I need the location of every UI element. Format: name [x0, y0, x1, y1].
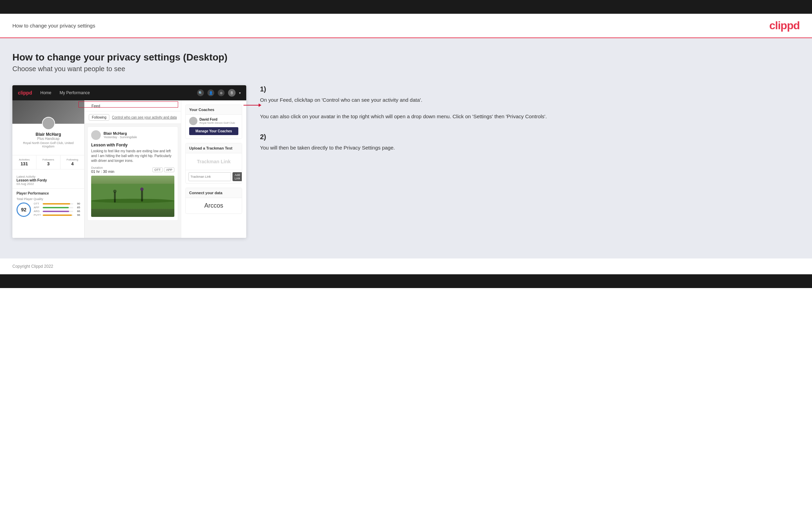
profile-stat-followers: Followers 3 — [36, 155, 61, 169]
feed-post-user-info: Blair McHarg Yesterday · Sunningdale — [104, 131, 137, 139]
upload-title: Upload a Trackman Test — [186, 143, 242, 153]
bar-value: 86 — [75, 210, 80, 213]
site-footer: Copyright Clippd 2022 — [0, 258, 812, 274]
trackman-placeholder: Trackman Link — [186, 153, 242, 170]
feed-tab[interactable]: Feed — [89, 104, 103, 108]
trackman-input-row: Add Link — [186, 170, 242, 183]
tpq-circle: 92 — [17, 202, 31, 217]
plus-circle-icon[interactable]: ⊕ — [218, 89, 225, 96]
bar-track — [43, 203, 73, 205]
tag-app: APP — [164, 167, 174, 172]
tpq-bars: OTT 90 APP 85 ARG 86 PUTT — [34, 202, 80, 217]
right-sidebar: Your Coaches David Ford Royal North Devo… — [181, 100, 246, 238]
bar-label: PUTT — [34, 213, 41, 217]
profile-latest: Latest Activity Lesson with Fordy 03 Aug… — [12, 172, 84, 188]
instruction-2-number: 2) — [260, 133, 800, 141]
main-content: How to change your privacy settings (Des… — [0, 38, 812, 258]
nav-avatar[interactable]: B — [228, 89, 236, 97]
latest-label: Latest Activity — [17, 175, 80, 178]
upload-section: Upload a Trackman Test Trackman Link Add… — [185, 143, 242, 184]
connect-section: Connect your data Arccos — [185, 188, 242, 214]
bar-value: 96 — [75, 213, 80, 217]
app-nav: clippd Home My Performance 🔍 👤 ⊕ B ▾ — [12, 85, 246, 100]
coach-info: David Ford Royal North Devon Golf Club — [199, 118, 235, 124]
feed-header: Following Control who can see your activ… — [85, 111, 181, 124]
arrow-line — [243, 105, 259, 106]
instruction-2-text: You will then be taken directly to the P… — [260, 144, 800, 152]
arccos-text: Arccos — [186, 198, 242, 213]
trackman-input[interactable] — [188, 172, 231, 181]
coach-club: Royal North Devon Golf Club — [199, 121, 235, 124]
followers-value: 3 — [38, 161, 59, 166]
bar-track — [43, 207, 73, 208]
bar-track — [43, 214, 73, 216]
player-perf: Player Performance Total Player Quality … — [12, 188, 84, 220]
app-nav-performance[interactable]: My Performance — [59, 90, 90, 95]
profile-stat-following: Following 4 — [61, 155, 84, 169]
bar-label: OTT — [34, 202, 41, 205]
feed-tab-bar: Feed — [85, 100, 181, 111]
feed-post-image — [91, 176, 174, 217]
tpq-label: Total Player Quality — [17, 197, 80, 201]
app-nav-logo: clippd — [18, 90, 32, 96]
instruction-1-text: On your Feed, click/tap on 'Control who … — [260, 96, 800, 121]
feed-post-name: Blair McHarg — [104, 131, 137, 135]
bottom-bar — [0, 274, 812, 288]
profile-cover — [12, 100, 84, 124]
tpq-bar-row: APP 85 — [34, 206, 80, 209]
instruction-2: 2) You will then be taken directly to th… — [260, 133, 800, 152]
following-label: Following — [62, 158, 83, 161]
svg-point-2 — [91, 199, 174, 203]
copyright-text: Copyright Clippd 2022 — [12, 264, 53, 269]
feed-post-header: Blair McHarg Yesterday · Sunningdale — [91, 130, 174, 140]
svg-rect-5 — [141, 190, 143, 201]
coaches-title: Your Coaches — [186, 105, 242, 115]
arrow-head — [259, 103, 261, 107]
profile-handicap: Plus Handicap — [17, 137, 80, 141]
nav-dropdown-icon[interactable]: ▾ — [239, 91, 241, 95]
duration-info: Duration 01 hr : 30 min — [91, 166, 114, 174]
profile-avatar-wrap — [42, 117, 55, 130]
profile-name: Blair McHarg — [17, 132, 80, 137]
screenshot-wrapper: clippd Home My Performance 🔍 👤 ⊕ B ▾ — [12, 85, 246, 238]
tpq-bar-row: PUTT 96 — [34, 213, 80, 217]
bar-label: ARG — [34, 210, 41, 213]
top-bar — [0, 0, 812, 14]
tpq-bar-row: OTT 90 — [34, 202, 80, 205]
control-privacy-link[interactable]: Control who can see your activity and da… — [112, 115, 177, 119]
bar-value: 90 — [75, 202, 80, 205]
app-nav-home[interactable]: Home — [40, 90, 51, 95]
profile-stats: Activities 131 Followers 3 Following 4 — [12, 155, 84, 169]
arrow-container — [243, 103, 261, 107]
feed-post-title: Lesson with Fordy — [91, 143, 174, 147]
duration-label: Duration — [91, 166, 114, 169]
duration-value: 01 hr : 30 min — [91, 169, 114, 174]
tpq-row: 92 OTT 90 APP 85 ARG 86 — [17, 202, 80, 217]
site-header: How to change your privacy settings clip… — [0, 14, 812, 38]
user-icon[interactable]: 👤 — [207, 89, 214, 96]
add-link-button[interactable]: Add Link — [232, 172, 242, 181]
profile-avatar — [42, 117, 55, 130]
feed-post-desc: Looking to feel like my hands are exitin… — [91, 149, 174, 163]
latest-value: Lesson with Fordy — [17, 178, 80, 182]
bar-fill — [43, 203, 70, 205]
instruction-1-number: 1) — [260, 85, 800, 93]
bar-fill — [43, 211, 69, 212]
following-value: 4 — [62, 161, 83, 166]
bar-value: 85 — [75, 206, 80, 209]
feed-post: Blair McHarg Yesterday · Sunningdale Les… — [87, 126, 178, 221]
following-button[interactable]: Following — [89, 114, 109, 121]
search-icon[interactable]: 🔍 — [197, 89, 204, 96]
app-mockup: clippd Home My Performance 🔍 👤 ⊕ B ▾ — [12, 85, 246, 238]
svg-rect-3 — [114, 192, 116, 202]
manage-coaches-button[interactable]: Manage Your Coaches — [189, 127, 238, 135]
feed-post-location: Yesterday · Sunningdale — [104, 135, 137, 139]
activities-value: 131 — [14, 161, 35, 166]
connect-title: Connect your data — [186, 188, 242, 198]
app-body: Blair McHarg Plus Handicap Royal North D… — [12, 100, 246, 238]
coaches-section: Your Coaches David Ford Royal North Devo… — [185, 104, 242, 139]
post-image-svg — [91, 176, 174, 217]
bar-fill — [43, 207, 69, 208]
header-title: How to change your privacy settings — [12, 23, 95, 29]
feed-post-tags: OTT APP — [152, 167, 174, 172]
